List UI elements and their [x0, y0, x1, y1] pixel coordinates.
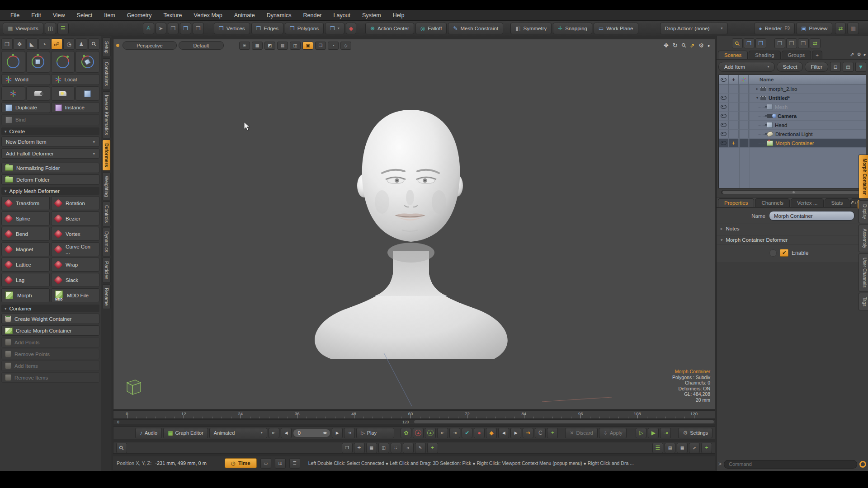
side-tab-tags[interactable]: Tags	[859, 293, 868, 310]
light-button[interactable]	[51, 86, 75, 101]
tab-inverse-kinematics[interactable]: Inverse Kinematics	[102, 91, 111, 139]
tab-shading[interactable]: Shading	[749, 51, 780, 59]
grid-toggle-icon[interactable]: ▦	[252, 42, 263, 50]
tab-dynamics[interactable]: Dynamics	[102, 228, 111, 256]
camera-button[interactable]	[26, 86, 50, 101]
instance-button[interactable]: Instance	[51, 102, 100, 113]
mesh-preset2-button[interactable]: ❐	[755, 38, 766, 48]
axis-cell[interactable]	[739, 94, 749, 102]
spinner-icon[interactable]: ◀▶	[322, 431, 327, 435]
tab-vertex[interactable]: Vertex ...	[791, 198, 824, 207]
tab-properties[interactable]: Properties	[718, 198, 754, 207]
tab-rename[interactable]: Rename	[102, 284, 111, 310]
deform-tool-button[interactable]: ☍	[51, 38, 62, 50]
time-button[interactable]: ◷ Time	[225, 458, 257, 468]
deformer-transform-button[interactable]: Transform	[1, 196, 50, 210]
visibility-cell[interactable]	[719, 139, 729, 147]
shade-option-icon[interactable]: ◩	[264, 42, 275, 50]
item-ops3-button[interactable]: ❒	[798, 38, 809, 48]
tree-row-morph-container[interactable]: + Morph Container	[719, 139, 866, 148]
local-button[interactable]: Local	[51, 74, 100, 85]
zoom-icon[interactable]: ⚲	[680, 42, 688, 49]
mesh-preset-button[interactable]: ❒	[744, 38, 755, 48]
symmetry-button[interactable]: ◧ Symmetry	[510, 23, 552, 34]
menu-vertex-map[interactable]: Vertex Map	[188, 11, 228, 20]
stamp-tool-button[interactable]: ♟	[75, 38, 87, 50]
locator-button[interactable]	[1, 86, 25, 101]
environment-option-icon[interactable]: ◇	[340, 42, 351, 50]
gear-icon[interactable]: ⚙	[857, 52, 861, 57]
deformer-slack-button[interactable]: Slack	[51, 273, 99, 287]
action-center-button[interactable]: ⊕ Action Center	[365, 23, 414, 34]
deformer-section[interactable]: ▾ Morph Container Deformer	[717, 235, 868, 244]
item-label[interactable]: Head	[775, 122, 788, 128]
grid-snap-button[interactable]: ▦	[366, 443, 377, 453]
side-tab-morph-container[interactable]: Morph Container	[859, 155, 868, 199]
tab-channels[interactable]: Channels	[755, 198, 790, 207]
item-mode-button[interactable]: ♙	[143, 23, 154, 34]
item-label[interactable]: Mesh	[775, 104, 788, 110]
visibility-cell[interactable]	[719, 94, 729, 102]
notes-section[interactable]: ▸ Notes	[717, 224, 868, 233]
key-arrow-button[interactable]: ➔	[523, 428, 533, 438]
gear-icon[interactable]: ⚙	[698, 42, 704, 49]
autokey-on-button[interactable]: A	[425, 428, 436, 438]
tab-weighting[interactable]: Weighting	[102, 172, 111, 201]
visibility-cell[interactable]	[719, 121, 729, 129]
list-view-button[interactable]: ☰	[652, 443, 663, 453]
deformer-mdd-file-button[interactable]: MDD MDD File	[51, 288, 99, 302]
split-view-button[interactable]: ◫	[45, 23, 56, 34]
rows-view-button[interactable]: ▤	[665, 443, 675, 453]
tree-row-scene1[interactable]: ▸ morph_2.lxo	[719, 84, 866, 94]
settings-button[interactable]: ⚙ Settings	[678, 428, 712, 438]
item-label[interactable]: Morph Container	[775, 141, 814, 146]
deformer-curve-constraint-button[interactable]: Curve Con ...	[51, 242, 99, 256]
create-section-header[interactable]: ▾ Create	[1, 127, 99, 135]
channel-toggle-icon[interactable]	[769, 249, 777, 257]
menu-dynamics[interactable]: Dynamics	[261, 11, 297, 20]
rotate-tool-button[interactable]	[51, 51, 75, 73]
visibility-cell[interactable]	[719, 112, 729, 120]
deformer-morph-button[interactable]: Morph	[1, 288, 50, 302]
menu-render[interactable]: Render	[297, 11, 328, 20]
side-tab-assembly[interactable]: Assembly	[859, 225, 868, 252]
key-right-button[interactable]: ▶	[510, 428, 521, 438]
current-frame-field[interactable]: 0 ◀▶	[293, 429, 330, 437]
falloff-button[interactable]: ◎ Falloff	[415, 23, 447, 34]
tab-setup[interactable]: Setup	[102, 38, 111, 57]
menu-animate[interactable]: Animate	[228, 11, 261, 20]
wireframe-icon[interactable]: ✳	[239, 42, 250, 50]
container-section-header[interactable]: ▾ Container	[1, 305, 99, 312]
tree-row-directional-light[interactable]: Directional Light	[719, 130, 866, 139]
add-item-button[interactable]: Add Item ▾	[718, 62, 775, 72]
scale-tool-button[interactable]	[75, 51, 99, 73]
auto-select-button[interactable]: ➤	[156, 23, 166, 34]
axis-column-header[interactable]	[739, 75, 749, 84]
tree-row-scene2[interactable]: ▾ Untitled*	[719, 94, 866, 103]
item-label[interactable]: morph_2.lxo	[769, 86, 797, 92]
cube-snap-button[interactable]: ❒	[342, 443, 353, 453]
viewport-shading-button[interactable]: Default	[179, 41, 224, 50]
step-forward-button[interactable]: ▶	[332, 428, 343, 438]
paint-tool-button[interactable]: ◔	[38, 38, 50, 50]
panel-button[interactable]: ◫	[275, 458, 286, 469]
deformer-lattice-button[interactable]: Lattice	[1, 258, 50, 272]
side-tab-display[interactable]: Display	[859, 200, 868, 223]
tab-deformers[interactable]: Deformers	[102, 140, 111, 171]
viewport-menu-dot[interactable]	[116, 44, 119, 47]
item-ops2-button[interactable]: ❐	[786, 38, 797, 48]
menu-texture[interactable]: Texture	[158, 11, 188, 20]
tab-add[interactable]: +	[812, 51, 822, 59]
move-tool-button[interactable]: ✥	[14, 38, 25, 50]
next-key-button[interactable]: ⇥	[449, 428, 460, 438]
menu-view[interactable]: View	[47, 11, 71, 20]
lock-cell[interactable]	[729, 121, 739, 129]
visibility-cell[interactable]	[719, 103, 729, 111]
setup-cube-button[interactable]: ❒	[1, 38, 13, 50]
background-option-icon[interactable]: ◔	[328, 42, 339, 50]
selection-mode-dropdown[interactable]: ❒ ▾	[325, 23, 344, 34]
sliders-button[interactable]: ☰	[289, 458, 300, 469]
item-ops1-button[interactable]: ❒	[774, 38, 785, 48]
mesh-constraint-button[interactable]: ✎ Mesh Constraint	[448, 23, 503, 34]
record-button[interactable]: ●	[474, 428, 485, 438]
